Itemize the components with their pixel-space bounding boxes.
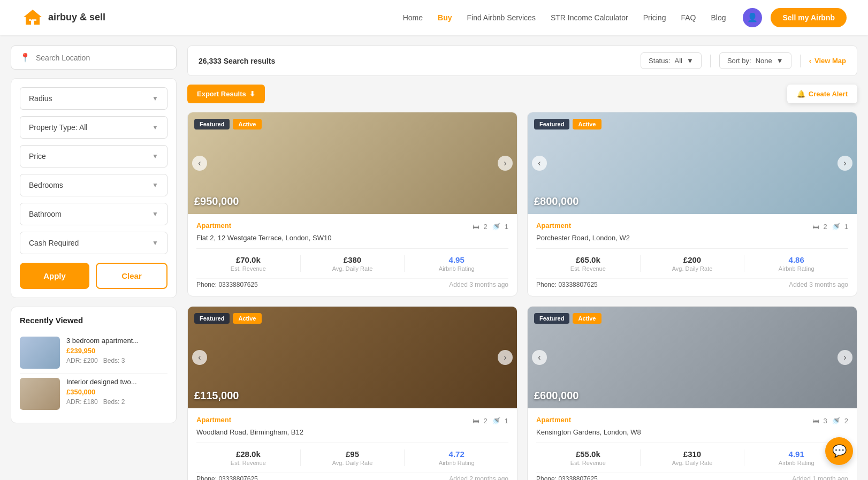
badge-active: Active [233, 313, 261, 324]
card-price: £115,000 [194, 390, 239, 402]
results-header: 26,333 Search results Status: All ▼ Sort… [187, 45, 857, 76]
nav-buy[interactable]: Buy [438, 13, 452, 22]
stat-value-rating: 4.95 [405, 255, 508, 264]
sort-label: Sort by: [727, 57, 751, 65]
stat-label: Avg. Daily Rate [641, 265, 744, 272]
nav-str-calc[interactable]: STR Income Calculator [551, 13, 628, 22]
recently-viewed-panel: Recently Viewed 3 bedroom apartment... £… [11, 307, 177, 423]
card-added: Added 2 months ago [449, 475, 508, 480]
chevron-down-icon: ▼ [687, 57, 694, 65]
stat-airbnb-rating: 4.86 Airbnb Rating [744, 255, 848, 272]
card-image-wrap: Featured Active ‹ › £115,000 [188, 307, 517, 408]
property-card: Featured Active ‹ › £800,000 Apartment 🛏… [527, 112, 857, 296]
stat-value: £70.0k [196, 255, 300, 264]
chevron-down-icon: ▼ [152, 181, 158, 189]
location-icon: 📍 [20, 52, 31, 63]
property-type-filter[interactable]: Property Type: All ▼ [20, 116, 167, 139]
card-prev-button[interactable]: ‹ [532, 350, 547, 365]
sort-select[interactable]: Sort by: None ▼ [719, 52, 791, 69]
sell-button[interactable]: Sell my Airbnb [771, 8, 847, 27]
stat-avg-daily-rate: £380 Avg. Daily Rate [301, 255, 405, 272]
stat-value-rating: 4.86 [744, 255, 848, 264]
card-body: Apartment 🛏 3 🚿 2 Kensington Gardens, Lo… [528, 408, 857, 480]
bathroom-filter[interactable]: Bathroom ▼ [20, 203, 167, 225]
search-location-box: 📍 [11, 45, 177, 70]
export-button[interactable]: Export Results ⬇ [187, 85, 265, 103]
bed-icon: 🛏 [473, 417, 479, 425]
nav-blog[interactable]: Blog [711, 13, 726, 22]
user-avatar[interactable]: 👤 [743, 8, 762, 27]
status-value: All [675, 57, 682, 65]
card-stats: £28.0k Est. Revenue £95 Avg. Daily Rate … [196, 443, 508, 466]
badge-featured: Featured [534, 119, 569, 129]
card-next-button[interactable]: › [498, 156, 513, 171]
recent-price: £350,000 [66, 388, 167, 396]
apply-button[interactable]: Apply [20, 263, 89, 289]
card-footer: Phone: 03338807625 Added 3 months ago [536, 278, 848, 288]
svg-rect-1 [32, 19, 34, 21]
stat-est-revenue: £28.0k Est. Revenue [196, 449, 301, 466]
export-label: Export Results [197, 90, 246, 98]
chevron-down-icon: ▼ [152, 95, 158, 102]
card-address: Woodland Road, Birmingham, B12 [196, 428, 508, 436]
card-price: £950,000 [194, 195, 239, 208]
actions-bar: Export Results ⬇ 🔔 Create Alert [187, 85, 857, 103]
nav-find-airbnb[interactable]: Find Airbnb Services [467, 13, 536, 22]
card-added: Added 1 month ago [792, 475, 848, 480]
recent-meta: ADR: £200 Beds: 3 [66, 357, 167, 364]
stat-label: Est. Revenue [536, 265, 640, 272]
card-prev-button[interactable]: ‹ [192, 350, 207, 365]
create-alert-button[interactable]: 🔔 Create Alert [787, 85, 857, 103]
card-type: Apartment [536, 222, 571, 230]
recent-item[interactable]: Interior designed two... £350,000 ADR: £… [20, 374, 167, 414]
nav-faq[interactable]: FAQ [681, 13, 696, 22]
card-next-button[interactable]: › [837, 156, 852, 171]
divider [800, 55, 801, 67]
download-icon: ⬇ [249, 90, 255, 98]
card-next-button[interactable]: › [498, 350, 513, 365]
recent-thumb [20, 337, 60, 369]
radius-filter[interactable]: Radius ▼ [20, 87, 167, 110]
results-area: 26,333 Search results Status: All ▼ Sort… [187, 45, 857, 480]
bath-icon: 🚿 [832, 223, 840, 231]
recent-thumb-image [20, 378, 60, 410]
chat-icon: 💬 [832, 444, 847, 458]
status-select[interactable]: Status: All ▼ [641, 52, 702, 69]
bell-icon: 🔔 [797, 90, 805, 98]
nav-home[interactable]: Home [403, 13, 423, 22]
bath-icon: 🚿 [492, 223, 500, 231]
filters-panel: Radius ▼ Property Type: All ▼ Price ▼ Be… [11, 78, 177, 298]
card-prev-button[interactable]: ‹ [192, 156, 207, 171]
card-prev-button[interactable]: ‹ [532, 156, 547, 171]
stat-value: £310 [641, 449, 744, 459]
card-address: Flat 2, 12 Westgate Terrace, London, SW1… [196, 234, 508, 242]
card-beds-baths: 🛏 2 🚿 1 [473, 417, 508, 425]
card-phone: Phone: 03338807625 [196, 475, 258, 480]
badge-active: Active [573, 313, 601, 324]
bed-icon: 🛏 [473, 223, 479, 231]
price-filter[interactable]: Price ▼ [20, 145, 167, 167]
recent-item[interactable]: 3 bedroom apartment... £239,950 ADR: £20… [20, 332, 167, 374]
view-map-button[interactable]: ‹ View Map [809, 57, 846, 65]
nav-pricing[interactable]: Pricing [643, 13, 666, 22]
search-input[interactable] [36, 54, 167, 62]
main-nav: Home Buy Find Airbnb Services STR Income… [403, 13, 726, 22]
card-image-wrap: Featured Active ‹ › £800,000 [528, 112, 857, 214]
card-next-button[interactable]: › [837, 350, 852, 365]
create-alert-label: Create Alert [809, 90, 848, 98]
results-count: 26,333 Search results [199, 57, 275, 65]
recent-thumb [20, 378, 60, 410]
logo[interactable]: airbuy & sell [21, 6, 105, 29]
card-footer: Phone: 03338807625 Added 3 months ago [196, 278, 508, 288]
badge-featured: Featured [194, 313, 230, 324]
bedrooms-filter[interactable]: Bedrooms ▼ [20, 174, 167, 196]
cash-required-filter[interactable]: Cash Required ▼ [20, 232, 167, 254]
card-beds-baths: 🛏 2 🚿 1 [812, 223, 848, 231]
card-image-wrap: Featured Active ‹ › £950,000 [188, 112, 517, 214]
card-badges: Featured Active [194, 313, 262, 324]
stat-label: Avg. Daily Rate [301, 460, 405, 466]
chat-button[interactable]: 💬 [825, 437, 853, 465]
clear-button[interactable]: Clear [96, 263, 167, 289]
card-added: Added 3 months ago [789, 281, 848, 288]
stat-est-revenue: £70.0k Est. Revenue [196, 255, 301, 272]
